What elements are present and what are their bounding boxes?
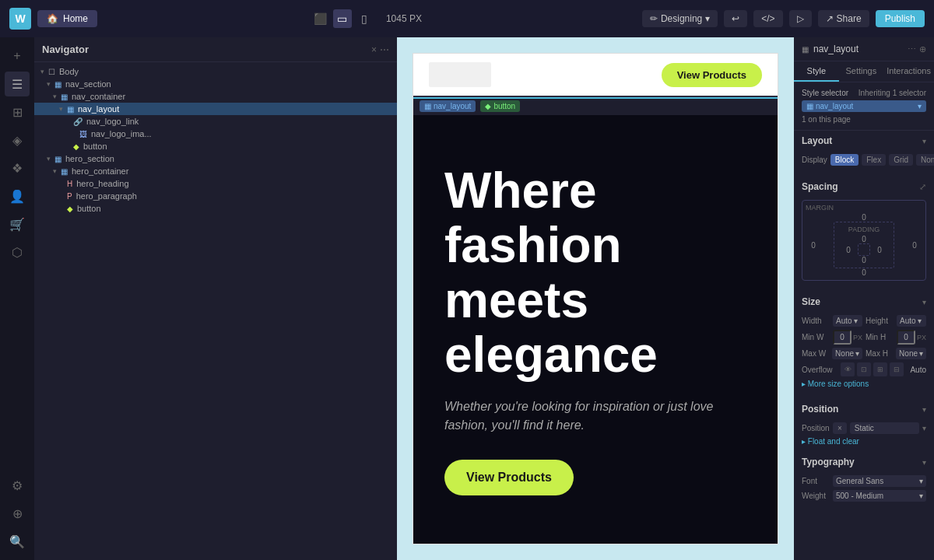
tab-interactions[interactable]: Interactions bbox=[883, 61, 934, 82]
tablet-icon[interactable]: ▭ bbox=[333, 9, 352, 28]
tree-arrow-hero-section[interactable]: ▾ bbox=[47, 155, 51, 163]
tree-item-hero-section[interactable]: ▾ ▦ hero_section bbox=[34, 152, 397, 165]
tab-settings[interactable]: Settings bbox=[839, 61, 884, 82]
tree-icon-nav-section: ▦ bbox=[54, 80, 61, 89]
tree-item-hero-heading[interactable]: ▾ H hero_heading bbox=[34, 177, 397, 190]
code-button[interactable]: </> bbox=[753, 10, 782, 27]
breadcrumb-nav-layout[interactable]: ▦ nav_layout bbox=[420, 100, 476, 112]
pages-icon[interactable]: ⊞ bbox=[5, 100, 30, 124]
desktop-icon[interactable]: ⬛ bbox=[311, 9, 330, 28]
size-section-header[interactable]: Size ▾ bbox=[794, 292, 934, 312]
search-icon[interactable]: 🔍 bbox=[5, 529, 30, 554]
padding-bottom-input[interactable] bbox=[856, 256, 872, 264]
tree-arrow-hero-container[interactable]: ▾ bbox=[53, 167, 57, 175]
tabs-row: Style Settings Interactions bbox=[794, 61, 934, 82]
margin-right-input[interactable] bbox=[907, 241, 922, 250]
logic-icon[interactable]: ⬡ bbox=[5, 240, 30, 264]
max-h-select[interactable]: None ▾ bbox=[896, 348, 926, 359]
breadcrumb-button[interactable]: ◆ button bbox=[480, 100, 520, 112]
user-icon[interactable]: 👤 bbox=[5, 184, 30, 208]
tree-item-hero-paragraph[interactable]: ▾ P hero_paragraph bbox=[34, 190, 397, 202]
nav-view-products-button[interactable]: View Products bbox=[662, 63, 762, 87]
tree-item-button-hero[interactable]: ▾ ◆ button bbox=[34, 202, 397, 215]
tree-item-nav-section[interactable]: ▾ ▦ nav_section bbox=[34, 78, 397, 90]
layout-section-header[interactable]: Layout ▾ bbox=[794, 131, 934, 151]
panel-menu-icon[interactable]: ⋯ bbox=[908, 44, 916, 54]
overflow-icon-4[interactable]: ⊟ bbox=[890, 362, 904, 376]
tree-item-hero-container[interactable]: ▾ ▦ hero_container bbox=[34, 165, 397, 177]
panel-close-icon[interactable]: ⊕ bbox=[919, 44, 926, 54]
overflow-icon-3[interactable]: ⊞ bbox=[873, 362, 887, 376]
navigator-menu-icon[interactable]: ⋯ bbox=[380, 44, 389, 55]
display-none-btn[interactable]: None bbox=[916, 154, 934, 166]
tree-arrow-body[interactable]: ▾ bbox=[40, 68, 44, 75]
overflow-icon-2[interactable]: ⊡ bbox=[857, 362, 871, 376]
main-layout: + ☰ ⊞ ◈ ❖ 👤 🛒 ⬡ ⚙ ⊕ 🔍 Navigator × ⋯ bbox=[0, 37, 934, 560]
tree-item-button-nav[interactable]: ▾ ◆ button bbox=[34, 140, 397, 152]
navigator-close-icon[interactable]: × bbox=[371, 44, 377, 55]
pencil-icon: ✏ bbox=[650, 13, 658, 24]
ecommerce-icon[interactable]: 🛒 bbox=[5, 212, 30, 236]
position-label: Position bbox=[802, 424, 830, 432]
hero-view-products-button[interactable]: View Products bbox=[444, 460, 574, 495]
tree-label-nav-logo-link: nav_logo_link bbox=[86, 117, 392, 126]
tree-item-nav-logo-link[interactable]: ▾ 🔗 nav_logo_link bbox=[34, 115, 397, 128]
margin-top-input[interactable] bbox=[856, 213, 872, 222]
navigator-icon[interactable]: ☰ bbox=[5, 72, 30, 96]
max-w-label: Max W bbox=[802, 349, 829, 358]
tree-item-body[interactable]: ▾ ☐ Body bbox=[34, 65, 397, 78]
mode-label: Designing bbox=[661, 13, 702, 24]
assets-icon[interactable]: ◈ bbox=[5, 128, 30, 152]
layout-section-body: Display Block Flex Grid None bbox=[794, 151, 934, 177]
chevron-down-icon: ▾ bbox=[705, 13, 710, 24]
help-icon[interactable]: ⊕ bbox=[5, 501, 30, 526]
undo-button[interactable]: ↩ bbox=[724, 10, 747, 27]
width-select[interactable]: Auto ▾ bbox=[833, 315, 862, 327]
min-w-input[interactable] bbox=[833, 330, 851, 345]
position-section-header[interactable]: Position ▾ bbox=[794, 399, 934, 419]
font-select[interactable]: General Sans ▾ bbox=[833, 475, 926, 487]
add-button[interactable]: + bbox=[5, 44, 30, 68]
min-h-input[interactable] bbox=[897, 330, 915, 345]
tree-arrow-nav-layout[interactable]: ▾ bbox=[59, 105, 63, 113]
overflow-icon-1[interactable]: 👁 bbox=[841, 362, 855, 376]
share-button[interactable]: ↗ Share bbox=[818, 10, 869, 27]
tree-item-nav-layout[interactable]: ▾ ▦ nav_layout bbox=[34, 103, 397, 115]
more-size-options-link[interactable]: ▸ More size options bbox=[802, 380, 926, 388]
mobile-icon[interactable]: ▯ bbox=[355, 9, 374, 28]
top-bar-right: ✏ Designing ▾ ↩ </> ▷ ↗ Share Publish bbox=[642, 10, 925, 27]
tree-item-nav-logo-image[interactable]: ▾ 🖼 nav_logo_ima... bbox=[34, 128, 397, 140]
min-size-row: Min W PX Min H PX bbox=[802, 330, 926, 345]
margin-left-input[interactable] bbox=[806, 241, 821, 250]
display-grid-btn[interactable]: Grid bbox=[889, 154, 913, 166]
display-flex-btn[interactable]: Flex bbox=[862, 154, 886, 166]
tab-style[interactable]: Style bbox=[794, 61, 839, 82]
padding-top-input[interactable] bbox=[856, 235, 872, 243]
components-icon[interactable]: ❖ bbox=[5, 156, 30, 180]
display-block-btn[interactable]: Block bbox=[830, 154, 859, 166]
margin-bottom-input[interactable] bbox=[856, 268, 872, 277]
settings-icon[interactable]: ⚙ bbox=[5, 473, 30, 498]
selector-badge-label: nav_layout bbox=[816, 102, 853, 110]
margin-top-row bbox=[806, 213, 922, 222]
position-close-badge[interactable]: × bbox=[833, 422, 847, 434]
preview-button[interactable]: ▷ bbox=[789, 10, 812, 27]
tree-arrow-nav-section[interactable]: ▾ bbox=[47, 80, 51, 88]
max-w-select[interactable]: None ▾ bbox=[832, 348, 862, 359]
publish-button[interactable]: Publish bbox=[876, 10, 925, 27]
weight-select[interactable]: 500 - Medium ▾ bbox=[833, 490, 926, 502]
spacing-expand-icon[interactable]: ⤢ bbox=[919, 182, 926, 192]
tree-item-nav-container[interactable]: ▾ ▦ nav_container bbox=[34, 90, 397, 103]
height-select[interactable]: Auto ▾ bbox=[897, 315, 926, 327]
tree-arrow-nav-container[interactable]: ▾ bbox=[53, 93, 57, 100]
selector-badge[interactable]: ▦ nav_layout ▾ bbox=[802, 100, 926, 112]
padding-left-input[interactable] bbox=[841, 246, 856, 254]
typography-section-header[interactable]: Typography ▾ bbox=[794, 452, 934, 472]
selector-count-text: 1 selector bbox=[893, 89, 926, 97]
mode-selector[interactable]: ✏ Designing ▾ bbox=[642, 10, 718, 27]
float-clear-link[interactable]: ▸ Float and clear bbox=[802, 437, 926, 446]
spacing-section-header[interactable]: Spacing ⤢ bbox=[794, 177, 934, 197]
padding-right-input[interactable] bbox=[872, 246, 887, 254]
padding-center bbox=[858, 243, 870, 256]
home-tab[interactable]: 🏠 Home bbox=[37, 10, 97, 27]
